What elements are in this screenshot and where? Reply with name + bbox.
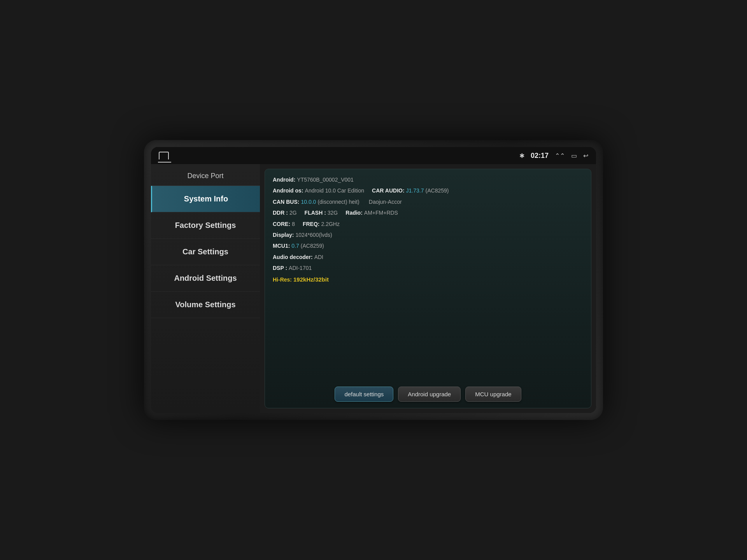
can-bus-label: CAN BUS: <box>273 198 299 206</box>
radio-value: AM+FM+RDS <box>364 208 398 217</box>
can-bus-row: CAN BUS: 10.0.0 (disconnect) heit) Daoju… <box>273 198 583 206</box>
status-right: ✱ 02:17 ⌃⌃ ▭ ↩ <box>519 152 588 160</box>
android-os-row: Android os: Android 10.0 Car Edition CAR… <box>273 186 583 195</box>
display-row: Display: 1024*600(lvds) <box>273 231 583 239</box>
android-os-value: Android 10.0 Car Edition <box>305 186 365 195</box>
window-icon: ▭ <box>571 152 577 159</box>
action-buttons: default settings Android upgrade MCU upg… <box>273 380 583 402</box>
dsp-row: DSP : ADI-1701 <box>273 264 583 272</box>
core-label: CORE: <box>273 220 290 228</box>
hi-res-label: Hi-Res: <box>273 275 292 284</box>
info-grid: Android: YT5760B_00002_V001 Android os: … <box>273 175 583 380</box>
audio-decoder-label: Audio decoder: <box>273 253 313 261</box>
mcu-upgrade-button[interactable]: MCU upgrade <box>465 387 521 402</box>
clock-display: 02:17 <box>531 152 549 160</box>
ddr-label: DDR : <box>273 208 288 217</box>
car-audio-suffix: (AC8259) <box>426 186 449 195</box>
display-value: 1024*600(lvds) <box>295 231 332 239</box>
bluetooth-icon: ✱ <box>519 152 524 159</box>
home-icon[interactable] <box>159 152 169 159</box>
sidebar-item-car-settings[interactable]: Car Settings <box>151 239 260 265</box>
system-info-panel: Android: YT5760B_00002_V001 Android os: … <box>265 169 591 408</box>
car-audio-version: J1.73.7 <box>406 186 424 195</box>
mcu1-value: 0.7 <box>291 242 299 250</box>
android-label: Android: <box>273 175 295 184</box>
signal-icon: ⌃⌃ <box>555 152 565 159</box>
car-audio-label: CAR AUDIO: <box>372 186 404 195</box>
flash-label: FLASH : <box>305 208 326 217</box>
can-bus-value: 10.0.0 <box>301 198 316 206</box>
radio-label: Radio: <box>345 208 363 217</box>
sidebar-item-factory-settings[interactable]: Factory Settings <box>151 212 260 239</box>
android-upgrade-button[interactable]: Android upgrade <box>398 387 461 402</box>
sidebar-item-android-settings[interactable]: Android Settings <box>151 265 260 292</box>
daojun-value: Daojun-Accor <box>369 198 402 206</box>
default-settings-button[interactable]: default settings <box>335 387 393 402</box>
status-bar: ✱ 02:17 ⌃⌃ ▭ ↩ <box>151 147 596 164</box>
mcu1-label: MCU1: <box>273 242 290 250</box>
hi-res-value: 192kHz/32bit <box>293 275 329 284</box>
back-icon[interactable]: ↩ <box>583 152 588 159</box>
audio-decoder-value: ADI <box>314 253 323 261</box>
sidebar: Device Port System Info Factory Settings… <box>151 164 260 413</box>
freq-value: 2.2GHz <box>321 220 339 228</box>
ddr-flash-row: DDR : 2G FLASH : 32G Radio: AM+FM+RDS <box>273 208 583 217</box>
dsp-label: DSP : <box>273 264 287 272</box>
flash-value: 32G <box>328 208 338 217</box>
device-bezel: ✱ 02:17 ⌃⌃ ▭ ↩ Device Port System Info F… <box>144 140 603 420</box>
mcu1-row: MCU1: 0.7 (AC8259) <box>273 242 583 250</box>
main-content: Device Port System Info Factory Settings… <box>151 164 596 413</box>
display-label: Display: <box>273 231 294 239</box>
android-value: YT5760B_00002_V001 <box>297 175 354 184</box>
status-left <box>159 152 170 159</box>
sidebar-item-volume-settings[interactable]: Volume Settings <box>151 292 260 318</box>
audio-decoder-row: Audio decoder: ADI <box>273 253 583 261</box>
android-os-label: Android os: <box>273 186 303 195</box>
can-bus-status: (disconnect) heit) <box>317 198 359 206</box>
android-version-row: Android: YT5760B_00002_V001 <box>273 175 583 184</box>
core-freq-row: CORE: 8 FREQ: 2.2GHz <box>273 220 583 228</box>
car-screen: ✱ 02:17 ⌃⌃ ▭ ↩ Device Port System Info F… <box>151 147 596 413</box>
hi-res-row: Hi-Res: 192kHz/32bit <box>273 275 583 284</box>
core-value: 8 <box>292 220 295 228</box>
sidebar-header: Device Port <box>151 164 260 186</box>
freq-label: FREQ: <box>303 220 320 228</box>
dsp-value: ADI-1701 <box>289 264 312 272</box>
sidebar-item-system-info[interactable]: System Info <box>151 186 260 212</box>
mcu1-suffix: (AC8259) <box>301 242 324 250</box>
ddr-value: 2G <box>289 208 297 217</box>
